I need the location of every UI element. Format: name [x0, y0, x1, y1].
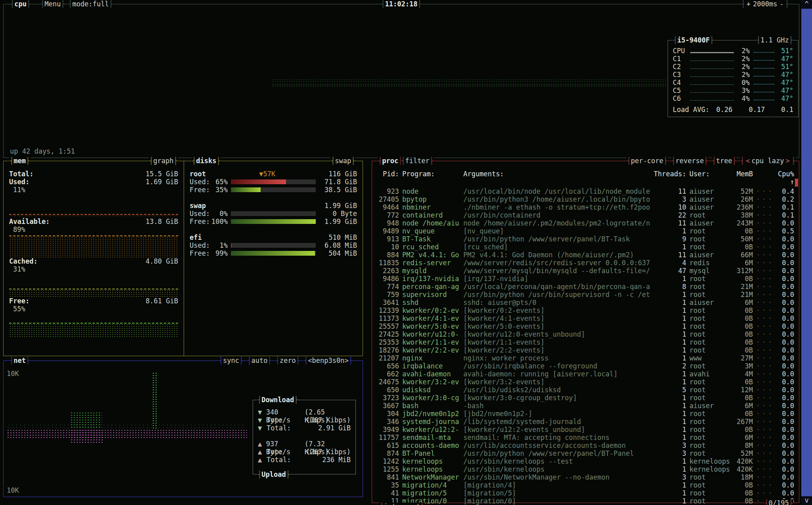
process-name: mysqld	[402, 267, 460, 275]
process-row[interactable]: 650udisksd/usr/lib/udisks2/udisksd5root1…	[377, 386, 794, 394]
process-row[interactable]: 27425kworker/u12:0-[kworker/u12:0-events…	[377, 330, 794, 338]
process-row[interactable]: 25353kworker/1:1-ev[kworker/1:1-events]1…	[377, 338, 794, 346]
process-row[interactable]: 12339kworker/0:2-ev[kworker/0:2-events]1…	[377, 306, 794, 314]
process-user: root	[689, 497, 731, 505]
process-row[interactable]: 10rcu_sched[rcu_sched]1root0B·····0.0	[377, 243, 794, 251]
process-cpu-percent: 0.0	[777, 219, 794, 227]
process-row[interactable]: 11835redis-server/www/server/redis/src/r…	[377, 259, 794, 267]
process-row[interactable]: 662avahi-daemonavahi-daemon: running [ai…	[377, 370, 794, 378]
interval-increase-button[interactable]: +	[745, 0, 752, 8]
process-row[interactable]: 35migration/4[migration/4]1root0B·····0.…	[377, 481, 794, 489]
process-threads: 1	[653, 394, 686, 402]
process-row[interactable]: 759supervisord/usr/bin/python /usr/bin/s…	[377, 291, 794, 299]
process-cpu-percent: 0.0	[777, 299, 794, 306]
process-row[interactable]: 948node /home/aiunode /home/aiuser/.pm2/…	[377, 219, 794, 227]
download-arrow-icon: ▼	[258, 424, 267, 432]
process-cpu-percent: 0.0	[777, 322, 794, 330]
process-row[interactable]: 25557kworker/5:0-ev[kworker/5:0-events]1…	[377, 322, 794, 330]
menu-button[interactable]: Menu	[40, 0, 65, 8]
process-row[interactable]: 9489nv_queue[nv_queue]1root0B·····0.5	[377, 227, 794, 235]
column-program[interactable]: Program:	[402, 170, 460, 186]
process-row[interactable]: 774percona-qan-ag/usr/local/percona/qan-…	[377, 283, 794, 291]
process-row[interactable]: 3949kworker/u12:2-[kworker/u12:2-events_…	[377, 426, 794, 434]
process-row[interactable]: 884PM2 v4.4.1: GoPM2 v4.4.1: God Daemon …	[377, 251, 794, 259]
process-row[interactable]: 1242kerneloops/usr/sbin/kerneloops --tes…	[377, 457, 794, 465]
net-interface-next-button[interactable]: n>	[340, 357, 348, 364]
process-memory: 52M	[734, 449, 753, 457]
net-sync-button[interactable]: sync	[219, 357, 244, 364]
process-row[interactable]: 3667bash-bash1aiuser6M·····0.0	[377, 402, 794, 410]
process-row[interactable]: 1255kerneloops/usr/sbin/kerneloops1kerne…	[377, 465, 794, 473]
column-arguments: Arguments:	[463, 170, 650, 186]
process-row[interactable]: 18276kworker/2:2-ev[kworker/2:2-events]1…	[377, 346, 794, 354]
process-user: root	[689, 441, 731, 449]
interval-decrease-button[interactable]: -	[779, 0, 785, 8]
process-row[interactable]: 656irqbalance/usr/sbin/irqbalance --fore…	[377, 362, 794, 370]
column-memory[interactable]: MemB	[734, 170, 753, 186]
proc-tree-button[interactable]: tree	[712, 157, 737, 165]
process-pid: 774	[377, 283, 399, 291]
disk-entries: root▼57K116 GiBUsed:65%71.8 GiBFree:35%3…	[184, 161, 363, 257]
proc-per-core-button[interactable]: per-core	[626, 157, 668, 165]
process-row[interactable]: 9486irq/137-nvidia[irq/137-nvidia]1root0…	[377, 275, 794, 283]
column-cpu[interactable]: Cpu% ↑	[777, 170, 794, 186]
process-row[interactable]: 874BT-Panel/usr/bin/python /www/server/p…	[377, 449, 794, 457]
process-row[interactable]: 346systemd-journa/lib/systemd/systemd-jo…	[377, 418, 794, 426]
process-row[interactable]: 41migration/5[migration/5]1root0B·····0.…	[377, 489, 794, 497]
process-row[interactable]: 3723kworker/3:0-cg[kworker/3:0-cgroup_de…	[377, 394, 794, 402]
process-name: irqbalance	[402, 362, 460, 370]
process-cpu-graph: ·····	[756, 330, 774, 338]
disk-size: 116 GiB	[328, 170, 357, 178]
process-row[interactable]: 923node/usr/local/bin/node /usr/local/li…	[377, 187, 794, 195]
interrupt-button[interactable]: interrupt	[379, 503, 425, 505]
process-row[interactable]: 772containerd/usr/bin/containerd22root38…	[377, 211, 794, 219]
update-interval: +2000ms-	[741, 0, 789, 8]
net-interface-prev-button[interactable]: <b	[308, 357, 316, 364]
process-row[interactable]: 11373kworker/4:1-ev[kworker/4:1-events]1…	[377, 314, 794, 322]
mem-usage-graph	[9, 194, 178, 218]
disk-size: 1.99 GiB	[324, 202, 357, 210]
process-row[interactable]: 841NetworkManager/usr/sbin/NetworkManage…	[377, 473, 794, 481]
process-user: root	[689, 322, 731, 330]
mem-entry-percent: 89%	[9, 226, 178, 233]
disk-free-row: Free:35%38.5 GiB	[190, 186, 357, 194]
proc-reverse-button[interactable]: reverse	[671, 157, 708, 165]
process-row[interactable]: 21207nginxnginx: worker process1www27M··…	[377, 354, 794, 362]
process-row[interactable]: 24675kworker/3:2-ev[kworker/3:2-events]1…	[377, 378, 794, 386]
interval-value: 2000ms	[752, 0, 778, 8]
process-row[interactable]: 11migration/0[migration/0]1root0B·····0.…	[377, 497, 794, 505]
process-name: systemd-journa	[402, 418, 460, 426]
process-cpu-graph: ·····	[756, 418, 774, 426]
column-pid[interactable]: Pid:	[377, 170, 399, 186]
scroll-up-arrow[interactable]: ^	[801, 0, 812, 9]
process-pid: 21207	[377, 354, 399, 362]
process-row[interactable]: 913BT-Task/usr/bin/python /www/server/pa…	[377, 235, 794, 243]
net-auto-button[interactable]: auto	[247, 357, 272, 364]
process-arguments: sendmail: MTA: accepting connections	[463, 434, 650, 441]
process-user: kerneloops	[689, 457, 731, 465]
scroll-down-arrow[interactable]: v	[801, 496, 812, 505]
mode-button[interactable]: mode:full	[68, 0, 113, 8]
process-row[interactable]: 304jbd2/nvme0n1p2[jbd2/nvme0n1p2-]1root0…	[377, 410, 794, 418]
net-zero-button[interactable]: zero	[275, 357, 300, 364]
disk-used-meter	[231, 179, 316, 184]
process-memory: 8M	[734, 441, 753, 449]
process-row[interactable]: 27405bpytop/usr/bin/python3 /home/aiuser…	[377, 195, 794, 203]
process-row[interactable]: 11757sendmail-mtasendmail: MTA: acceptin…	[377, 434, 794, 441]
process-row[interactable]: 2263mysqld/www/server/mysql/bin/mysqld -…	[377, 267, 794, 275]
process-arguments: [nv_queue]	[463, 227, 650, 235]
process-row[interactable]: 3641sshdsshd: aiuser@pts/01aiuser6M·····…	[377, 299, 794, 306]
terminal-scrollbar[interactable]: ^ v	[801, 0, 812, 505]
proc-filter-button[interactable]: filter	[401, 157, 434, 165]
process-threads: 1	[653, 227, 686, 235]
process-row[interactable]: 615accounts-daemo/usr/lib/accountsservic…	[377, 441, 794, 449]
process-threads: 1	[653, 243, 686, 251]
process-arguments: -bash	[463, 402, 650, 410]
column-threads[interactable]: Threads:	[653, 170, 686, 186]
process-user: aiuser	[689, 195, 731, 203]
process-name: bash	[402, 402, 460, 410]
proc-sort-prev-button[interactable]: <	[744, 157, 751, 165]
column-user[interactable]: User:	[689, 170, 731, 186]
process-row[interactable]: 9464nbminer./nbminer -a ethash -o stratu…	[377, 203, 794, 211]
proc-sort-next-button[interactable]: >	[784, 157, 791, 165]
